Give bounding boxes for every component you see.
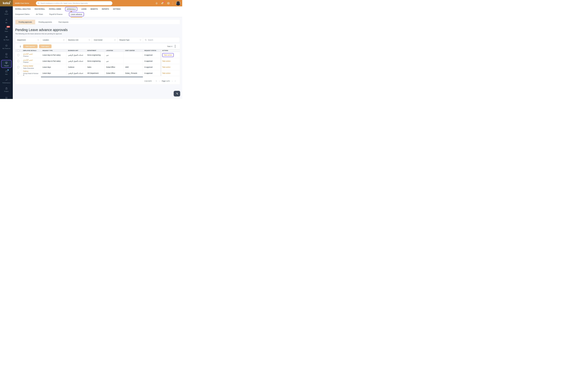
tab-reports[interactable]: REPORTS — [102, 8, 109, 10]
sidebar-item-my-team[interactable]: My Team — [0, 34, 13, 42]
sidebar-item-hire[interactable]: Hire — [0, 68, 13, 77]
take-action-annotation-box: Take action — [162, 53, 174, 57]
page-subtitle: The following are the leave advances tha… — [15, 33, 180, 35]
col-request-type: REQUEST TYPE — [41, 50, 66, 51]
chevron-down-icon — [63, 39, 64, 40]
sidebar-item-time-attend[interactable] — [0, 94, 13, 99]
tab-pending-payments[interactable]: Pending payments — [35, 20, 55, 24]
notification-dot — [164, 1, 164, 2]
bulk-approve-button[interactable]: Bulk Approve — [23, 44, 38, 48]
sidebar-item-inbox[interactable]: 287 Inbox — [0, 25, 13, 34]
sort-down-arrow-icon[interactable] — [20, 45, 22, 47]
cell-cost-center — [124, 58, 143, 64]
global-search-input[interactable] — [40, 2, 111, 4]
sidebar-item-me[interactable]: Me — [0, 16, 13, 25]
table-row: حسن الغامدي Finance Leave days & Part sa… — [15, 58, 180, 64]
bulk-reject-button[interactable]: Bulk reject — [39, 44, 52, 48]
horizontal-scrollbar — [15, 76, 180, 77]
select-all-checkbox[interactable] — [18, 49, 19, 52]
employee-role: Finance — [23, 61, 33, 63]
approvals-annotation-box: APPROVALS — [65, 7, 77, 11]
employee-name-link[interactable]: حسن الغامدي — [23, 59, 33, 61]
subtab-component-claims[interactable]: Component Claims — [15, 13, 30, 15]
take-action-link[interactable]: Take action — [162, 72, 170, 74]
leave-advance-annotation-box: Leave advance — [69, 12, 84, 16]
global-search[interactable] — [36, 1, 112, 5]
tab-payroll-admin[interactable]: PAYROLL ADMIN — [49, 8, 61, 10]
bulk-toolbar: Bulk Approve Bulk reject Total: 4 — [15, 44, 180, 49]
row-checkbox[interactable] — [18, 72, 19, 74]
chevron-down-icon — [89, 39, 90, 40]
sidebar-item-performance[interactable]: Performance — [0, 77, 13, 85]
cell-request-type: Leave days — [41, 64, 66, 70]
company-name: Middle East Demo — [15, 2, 29, 4]
payroll-icon: $ — [5, 61, 8, 64]
notifications-bell-icon[interactable] — [155, 2, 158, 4]
prev-page-button[interactable]: ‹ — [159, 80, 160, 82]
filter-business-unit[interactable]: Business Unit — [66, 37, 92, 42]
keka-logo[interactable]: keka — [0, 0, 13, 6]
first-page-button[interactable]: ‹ — [156, 80, 157, 82]
tab-payroll-analytics[interactable]: PAYROLL ANALYTICS — [15, 8, 30, 10]
employee-role: Sales Executive — [23, 67, 34, 69]
settings-gear-icon[interactable] — [167, 2, 170, 5]
whats-new-rocket-icon[interactable] — [161, 2, 164, 5]
filter-location[interactable]: Location — [41, 37, 66, 42]
subtab-air-ticket[interactable]: Air Ticket — [36, 13, 43, 15]
clock-icon — [5, 96, 8, 99]
tab-run-payroll[interactable]: RUN PAYROLL — [35, 8, 45, 10]
inbox-count-badge: 287 — [6, 26, 10, 28]
filter-cost-center[interactable]: Cost Center — [92, 37, 118, 42]
take-action-link[interactable]: Take action — [164, 54, 172, 56]
topbar: keka Middle East Demo — [0, 0, 182, 6]
cell-request-status: In approval — [143, 52, 160, 58]
approvals-sheet: Bulk Approve Bulk reject Total: 4 EMPLOY… — [15, 44, 180, 84]
sidebar-item-project[interactable]: Project — [0, 85, 13, 94]
filter-request-type[interactable]: Request Type — [118, 37, 143, 42]
subtab-payroll-finance[interactable]: Payroll & Finance — [49, 13, 62, 15]
chevron-down-icon — [114, 39, 116, 40]
scrollbar-thumb[interactable] — [41, 76, 143, 77]
take-action-link[interactable]: Take action — [162, 66, 170, 68]
tab-settings[interactable]: SETTINGS — [113, 8, 120, 10]
sidebar-item-my-finances[interactable]: $ My Finances — [0, 42, 13, 51]
kebab-menu-icon[interactable] — [174, 45, 176, 48]
row-checkbox[interactable] — [18, 60, 19, 62]
sidebar-item-org[interactable]: Org — [0, 51, 13, 59]
employee-name-link[interactable]: Fatima Mohd — [23, 65, 34, 67]
org-icon — [5, 53, 8, 55]
performance-icon — [5, 79, 8, 81]
cell-cost-center: AMC — [124, 64, 143, 70]
table-search[interactable] — [143, 37, 180, 42]
bottom-whitespace — [0, 99, 182, 102]
employee-name-link[interactable]: Fatima — [23, 70, 39, 72]
next-page-button[interactable]: › — [172, 80, 172, 82]
magic-wand-button[interactable] — [174, 91, 180, 96]
active-tab-caret — [70, 11, 72, 12]
col-actions: ACTIONS — [160, 50, 180, 51]
sidebar-item-payroll[interactable]: $ Payroll — [2, 60, 11, 67]
sidebar-item-home[interactable]: Home — [0, 8, 13, 16]
employee-role: Group Head of Human R — [23, 73, 39, 76]
row-checkbox[interactable] — [18, 54, 19, 56]
col-cost-center: COST CENTER — [124, 50, 143, 51]
filter-department[interactable]: Department — [15, 37, 41, 42]
tab-past-requests[interactable]: Past requests — [55, 20, 72, 24]
subtab-leave-advance[interactable]: Leave advance — [71, 13, 82, 15]
pagination-page: Page 1 of 1 — [162, 80, 170, 82]
tab-benefits[interactable]: BENEFITS — [90, 8, 98, 10]
search-icon — [145, 39, 147, 41]
tab-pending-approvals[interactable]: Pending approvals — [15, 20, 35, 24]
cell-department: Demo engineering — [86, 52, 104, 58]
svg-text:$: $ — [6, 45, 7, 46]
table-search-input[interactable] — [148, 39, 178, 41]
cell-location: Dubai Office — [104, 70, 124, 76]
employee-name-link[interactable]: حسن الغامدي — [23, 53, 33, 55]
user-avatar[interactable] — [176, 1, 180, 5]
tab-approvals[interactable]: APPROVALS — [67, 8, 76, 10]
take-action-link[interactable]: Take action — [162, 60, 170, 62]
row-checkbox[interactable] — [18, 66, 19, 68]
approvals-subnav: Component Claims Air Ticket Payroll & Fi… — [13, 11, 182, 17]
tab-loans[interactable]: LOANS — [81, 8, 86, 10]
last-page-button[interactable]: › — [175, 80, 176, 82]
